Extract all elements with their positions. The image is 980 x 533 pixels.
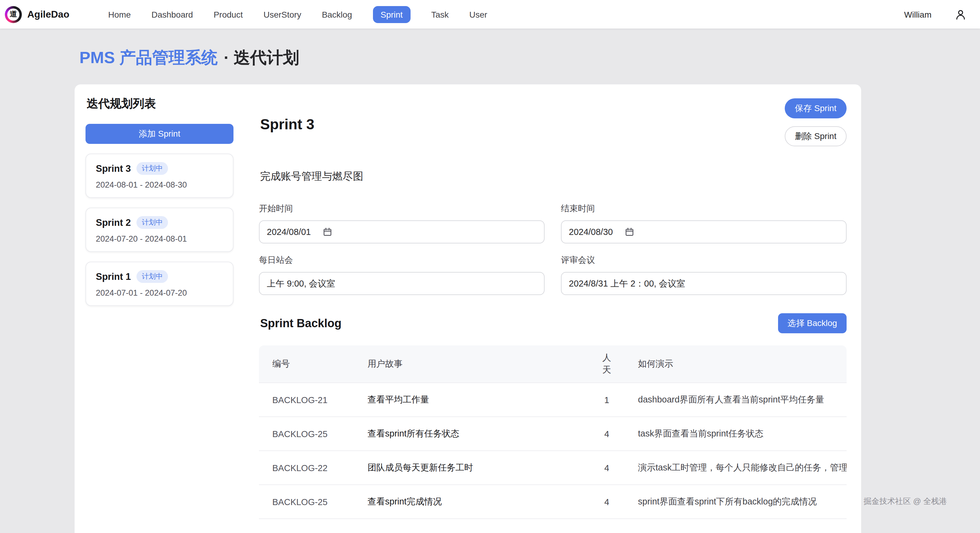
nav-item-dashboard[interactable]: Dashboard bbox=[151, 10, 193, 19]
table-header-row: 编号 用户故事 人天 如何演示 bbox=[259, 345, 846, 383]
page-title: PMS 产品管理系统· 迭代计划 bbox=[75, 29, 861, 85]
review-meeting-value[interactable] bbox=[569, 279, 839, 288]
username[interactable]: William bbox=[904, 10, 931, 19]
start-time-field: 开始时间 bbox=[259, 203, 544, 243]
daily-standup-value[interactable] bbox=[267, 279, 537, 288]
backlog-story: 查看平均工作量 bbox=[354, 383, 589, 417]
column-header-story: 用户故事 bbox=[354, 345, 589, 383]
watermark: 掘金技术社区 @ 全栈港 bbox=[864, 496, 947, 507]
sprint-card-1[interactable]: Sprint 1 计划中 2024-07-01 - 2024-07-20 bbox=[86, 262, 234, 306]
backlog-days: 4 bbox=[589, 417, 625, 451]
start-time-value[interactable] bbox=[267, 227, 318, 237]
nav-item-product[interactable]: Product bbox=[213, 10, 243, 19]
logo-glyph: 道 bbox=[7, 8, 19, 20]
end-time-value[interactable] bbox=[569, 227, 620, 237]
nav-item-task[interactable]: Task bbox=[431, 10, 449, 19]
backlog-days: 1 bbox=[589, 383, 625, 417]
brand-name: AgileDao bbox=[27, 9, 70, 20]
sprint-card-2[interactable]: Sprint 2 计划中 2024-07-20 - 2024-08-01 bbox=[86, 207, 234, 252]
start-time-label: 开始时间 bbox=[259, 203, 544, 214]
calendar-icon[interactable] bbox=[323, 228, 332, 236]
start-time-input[interactable] bbox=[259, 220, 544, 243]
sprint-list-panel: 迭代规划列表 添加 Sprint Sprint 3 计划中 2024-08-01… bbox=[75, 85, 244, 533]
sprint-card-dates: 2024-07-20 - 2024-08-01 bbox=[96, 234, 223, 243]
backlog-id: BACKLOG-22 bbox=[259, 451, 354, 485]
daily-standup-field: 每日站会 bbox=[259, 255, 544, 295]
review-meeting-input[interactable] bbox=[561, 272, 846, 295]
backlog-days: 4 bbox=[589, 451, 625, 485]
brand[interactable]: 道 AgileDao bbox=[5, 6, 70, 23]
sprint-detail-panel: Sprint 3 保存 Sprint 删除 Sprint 完成账号管理与燃尽图 … bbox=[244, 85, 861, 533]
page-title-secondary: · 迭代计划 bbox=[224, 49, 299, 67]
calendar-icon[interactable] bbox=[625, 228, 634, 236]
column-header-demo: 如何演示 bbox=[625, 345, 846, 383]
table-row[interactable]: BACKLOG-25 查看sprint完成情况 4 sprint界面查看spri… bbox=[259, 485, 846, 519]
sprint-card-dates: 2024-08-01 - 2024-08-30 bbox=[96, 180, 223, 189]
backlog-days: 4 bbox=[589, 485, 625, 519]
sprint-card-name: Sprint 2 bbox=[96, 217, 131, 228]
backlog-demo: dashboard界面所有人查看当前sprint平均任务量 bbox=[625, 383, 846, 417]
user-icon[interactable] bbox=[955, 8, 967, 20]
sprint-list-title: 迭代规划列表 bbox=[87, 96, 234, 112]
table-row[interactable]: BACKLOG-22 团队成员每天更新任务工时 4 演示task工时管理，每个人… bbox=[259, 451, 846, 485]
save-sprint-button[interactable]: 保存 Sprint bbox=[785, 98, 846, 118]
review-meeting-field: 评审会议 bbox=[561, 255, 846, 295]
content-container: 迭代规划列表 添加 Sprint Sprint 3 计划中 2024-08-01… bbox=[75, 85, 861, 533]
sprint-card-name: Sprint 3 bbox=[96, 163, 131, 174]
backlog-demo: sprint界面查看sprint下所有backlog的完成情况 bbox=[625, 485, 846, 519]
table-row[interactable]: BACKLOG-21 查看平均工作量 1 dashboard界面所有人查看当前s… bbox=[259, 383, 846, 417]
nav-item-user[interactable]: User bbox=[469, 10, 487, 19]
navbar: 道 AgileDao Home Dashboard Product UserSt… bbox=[0, 0, 980, 29]
table-row[interactable]: BACKLOG-25 查看sprint所有任务状态 4 task界面查看当前sp… bbox=[259, 417, 846, 451]
navbar-right: William bbox=[904, 8, 967, 20]
main-nav: Home Dashboard Product UserStory Backlog… bbox=[108, 6, 487, 23]
backlog-story: 查看sprint完成情况 bbox=[354, 485, 589, 519]
sprint-card-name: Sprint 1 bbox=[96, 271, 131, 282]
sprint-card-dates: 2024-07-01 - 2024-07-20 bbox=[96, 288, 223, 297]
column-header-id: 编号 bbox=[259, 345, 354, 383]
delete-sprint-button[interactable]: 删除 Sprint bbox=[785, 126, 846, 146]
daily-standup-input[interactable] bbox=[259, 272, 544, 295]
add-sprint-button[interactable]: 添加 Sprint bbox=[86, 124, 234, 144]
backlog-id: BACKLOG-21 bbox=[259, 383, 354, 417]
sprint-goal: 完成账号管理与燃尽图 bbox=[260, 169, 846, 184]
nav-item-sprint[interactable]: Sprint bbox=[373, 6, 410, 23]
brand-logo-icon: 道 bbox=[5, 6, 22, 23]
end-time-input[interactable] bbox=[561, 220, 846, 243]
column-header-days: 人天 bbox=[589, 345, 625, 383]
status-badge: 计划中 bbox=[136, 270, 168, 283]
end-time-label: 结束时间 bbox=[561, 203, 846, 214]
backlog-section-header: Sprint Backlog 选择 Backlog bbox=[259, 313, 846, 333]
daily-standup-label: 每日站会 bbox=[259, 255, 544, 266]
nav-item-userstory[interactable]: UserStory bbox=[264, 10, 301, 19]
page-body: PMS 产品管理系统· 迭代计划 迭代规划列表 添加 Sprint Sprint… bbox=[0, 29, 980, 533]
status-badge: 计划中 bbox=[136, 162, 168, 175]
nav-item-backlog[interactable]: Backlog bbox=[322, 10, 352, 19]
nav-item-home[interactable]: Home bbox=[108, 10, 131, 19]
backlog-demo: 演示task工时管理，每个人只能修改自己的任务，管理员可 bbox=[625, 451, 846, 485]
backlog-id: BACKLOG-25 bbox=[259, 485, 354, 519]
select-backlog-button[interactable]: 选择 Backlog bbox=[778, 313, 846, 333]
page: 道 AgileDao Home Dashboard Product UserSt… bbox=[0, 0, 980, 533]
sprint-card-3[interactable]: Sprint 3 计划中 2024-08-01 - 2024-08-30 bbox=[86, 153, 234, 198]
backlog-table: 编号 用户故事 人天 如何演示 BACKLOG-21 查看平均工作量 1 bbox=[259, 345, 846, 519]
status-badge: 计划中 bbox=[136, 216, 168, 229]
sprint-form: 开始时间 bbox=[259, 203, 846, 295]
backlog-story: 团队成员每天更新任务工时 bbox=[354, 451, 589, 485]
backlog-story: 查看sprint所有任务状态 bbox=[354, 417, 589, 451]
backlog-id: BACKLOG-25 bbox=[259, 417, 354, 451]
end-time-field: 结束时间 bbox=[561, 203, 846, 243]
review-meeting-label: 评审会议 bbox=[561, 255, 846, 266]
sprint-detail-title: Sprint 3 bbox=[260, 116, 315, 132]
sprint-actions: 保存 Sprint 删除 Sprint bbox=[785, 98, 846, 146]
backlog-demo: task界面查看当前sprint任务状态 bbox=[625, 417, 846, 451]
page-title-primary: PMS 产品管理系统 bbox=[80, 49, 218, 67]
backlog-section-title: Sprint Backlog bbox=[260, 317, 341, 330]
